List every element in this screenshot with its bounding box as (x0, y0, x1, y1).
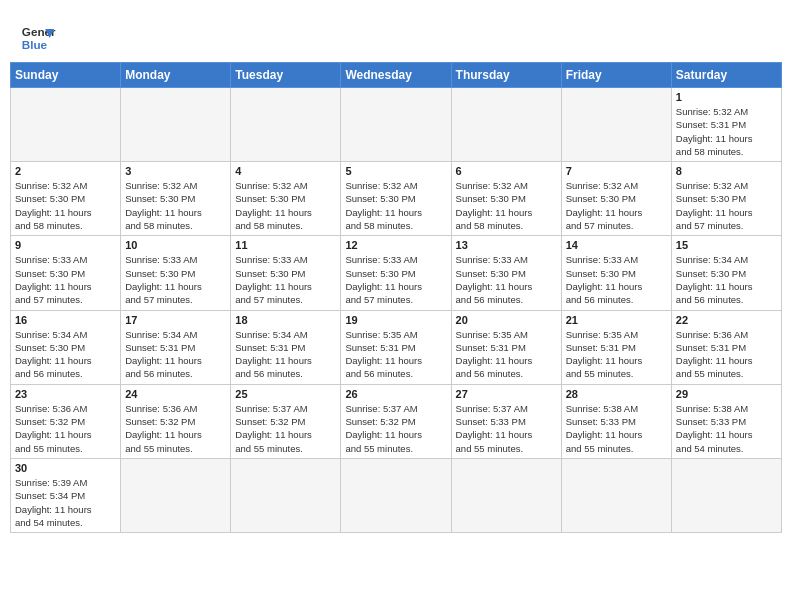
day-number: 25 (235, 388, 336, 400)
day-info: Sunrise: 5:34 AM Sunset: 5:31 PM Dayligh… (125, 328, 226, 381)
logo-icon: General Blue (20, 20, 56, 56)
day-number: 7 (566, 165, 667, 177)
day-info: Sunrise: 5:33 AM Sunset: 5:30 PM Dayligh… (235, 253, 336, 306)
day-number: 9 (15, 239, 116, 251)
day-info: Sunrise: 5:34 AM Sunset: 5:30 PM Dayligh… (676, 253, 777, 306)
day-number: 16 (15, 314, 116, 326)
column-header-thursday: Thursday (451, 63, 561, 88)
day-info: Sunrise: 5:32 AM Sunset: 5:30 PM Dayligh… (456, 179, 557, 232)
day-info: Sunrise: 5:38 AM Sunset: 5:33 PM Dayligh… (676, 402, 777, 455)
calendar-cell: 20Sunrise: 5:35 AM Sunset: 5:31 PM Dayli… (451, 310, 561, 384)
day-info: Sunrise: 5:32 AM Sunset: 5:30 PM Dayligh… (15, 179, 116, 232)
day-number: 27 (456, 388, 557, 400)
calendar-cell (341, 458, 451, 532)
day-info: Sunrise: 5:33 AM Sunset: 5:30 PM Dayligh… (456, 253, 557, 306)
calendar-cell: 9Sunrise: 5:33 AM Sunset: 5:30 PM Daylig… (11, 236, 121, 310)
day-info: Sunrise: 5:34 AM Sunset: 5:31 PM Dayligh… (235, 328, 336, 381)
column-header-friday: Friday (561, 63, 671, 88)
calendar-cell: 16Sunrise: 5:34 AM Sunset: 5:30 PM Dayli… (11, 310, 121, 384)
calendar-cell: 4Sunrise: 5:32 AM Sunset: 5:30 PM Daylig… (231, 162, 341, 236)
day-info: Sunrise: 5:33 AM Sunset: 5:30 PM Dayligh… (345, 253, 446, 306)
day-number: 12 (345, 239, 446, 251)
calendar-cell: 11Sunrise: 5:33 AM Sunset: 5:30 PM Dayli… (231, 236, 341, 310)
calendar-cell (341, 88, 451, 162)
calendar-cell (121, 88, 231, 162)
day-info: Sunrise: 5:35 AM Sunset: 5:31 PM Dayligh… (456, 328, 557, 381)
day-number: 21 (566, 314, 667, 326)
calendar-table: SundayMondayTuesdayWednesdayThursdayFrid… (10, 62, 782, 533)
calendar-cell: 7Sunrise: 5:32 AM Sunset: 5:30 PM Daylig… (561, 162, 671, 236)
calendar-cell: 15Sunrise: 5:34 AM Sunset: 5:30 PM Dayli… (671, 236, 781, 310)
day-info: Sunrise: 5:32 AM Sunset: 5:30 PM Dayligh… (235, 179, 336, 232)
day-info: Sunrise: 5:33 AM Sunset: 5:30 PM Dayligh… (125, 253, 226, 306)
day-number: 11 (235, 239, 336, 251)
day-info: Sunrise: 5:32 AM Sunset: 5:31 PM Dayligh… (676, 105, 777, 158)
column-header-wednesday: Wednesday (341, 63, 451, 88)
calendar-cell: 22Sunrise: 5:36 AM Sunset: 5:31 PM Dayli… (671, 310, 781, 384)
day-number: 3 (125, 165, 226, 177)
calendar-cell: 6Sunrise: 5:32 AM Sunset: 5:30 PM Daylig… (451, 162, 561, 236)
day-info: Sunrise: 5:37 AM Sunset: 5:32 PM Dayligh… (345, 402, 446, 455)
calendar-cell (11, 88, 121, 162)
calendar-cell: 17Sunrise: 5:34 AM Sunset: 5:31 PM Dayli… (121, 310, 231, 384)
calendar-cell: 29Sunrise: 5:38 AM Sunset: 5:33 PM Dayli… (671, 384, 781, 458)
calendar-cell (451, 458, 561, 532)
day-number: 28 (566, 388, 667, 400)
column-header-monday: Monday (121, 63, 231, 88)
day-number: 30 (15, 462, 116, 474)
day-number: 5 (345, 165, 446, 177)
day-info: Sunrise: 5:36 AM Sunset: 5:32 PM Dayligh… (125, 402, 226, 455)
day-number: 18 (235, 314, 336, 326)
calendar-cell: 10Sunrise: 5:33 AM Sunset: 5:30 PM Dayli… (121, 236, 231, 310)
day-number: 15 (676, 239, 777, 251)
day-number: 6 (456, 165, 557, 177)
calendar-cell (561, 458, 671, 532)
day-info: Sunrise: 5:34 AM Sunset: 5:30 PM Dayligh… (15, 328, 116, 381)
calendar-cell: 13Sunrise: 5:33 AM Sunset: 5:30 PM Dayli… (451, 236, 561, 310)
svg-text:Blue: Blue (22, 38, 48, 51)
calendar-cell (561, 88, 671, 162)
calendar-cell: 18Sunrise: 5:34 AM Sunset: 5:31 PM Dayli… (231, 310, 341, 384)
calendar-cell (231, 88, 341, 162)
day-number: 13 (456, 239, 557, 251)
calendar-cell: 19Sunrise: 5:35 AM Sunset: 5:31 PM Dayli… (341, 310, 451, 384)
calendar-cell: 5Sunrise: 5:32 AM Sunset: 5:30 PM Daylig… (341, 162, 451, 236)
day-info: Sunrise: 5:33 AM Sunset: 5:30 PM Dayligh… (15, 253, 116, 306)
calendar-cell: 25Sunrise: 5:37 AM Sunset: 5:32 PM Dayli… (231, 384, 341, 458)
day-number: 24 (125, 388, 226, 400)
calendar-cell: 2Sunrise: 5:32 AM Sunset: 5:30 PM Daylig… (11, 162, 121, 236)
day-info: Sunrise: 5:32 AM Sunset: 5:30 PM Dayligh… (125, 179, 226, 232)
day-number: 19 (345, 314, 446, 326)
day-number: 1 (676, 91, 777, 103)
day-info: Sunrise: 5:33 AM Sunset: 5:30 PM Dayligh… (566, 253, 667, 306)
day-number: 23 (15, 388, 116, 400)
day-info: Sunrise: 5:32 AM Sunset: 5:30 PM Dayligh… (345, 179, 446, 232)
calendar-cell: 14Sunrise: 5:33 AM Sunset: 5:30 PM Dayli… (561, 236, 671, 310)
calendar-cell (671, 458, 781, 532)
day-number: 22 (676, 314, 777, 326)
calendar-cell (231, 458, 341, 532)
day-number: 4 (235, 165, 336, 177)
day-info: Sunrise: 5:36 AM Sunset: 5:32 PM Dayligh… (15, 402, 116, 455)
column-header-tuesday: Tuesday (231, 63, 341, 88)
day-info: Sunrise: 5:38 AM Sunset: 5:33 PM Dayligh… (566, 402, 667, 455)
calendar-cell (451, 88, 561, 162)
column-header-sunday: Sunday (11, 63, 121, 88)
column-header-saturday: Saturday (671, 63, 781, 88)
day-info: Sunrise: 5:39 AM Sunset: 5:34 PM Dayligh… (15, 476, 116, 529)
calendar-cell (121, 458, 231, 532)
calendar-cell: 1Sunrise: 5:32 AM Sunset: 5:31 PM Daylig… (671, 88, 781, 162)
day-info: Sunrise: 5:37 AM Sunset: 5:32 PM Dayligh… (235, 402, 336, 455)
calendar-cell: 24Sunrise: 5:36 AM Sunset: 5:32 PM Dayli… (121, 384, 231, 458)
day-number: 17 (125, 314, 226, 326)
day-number: 26 (345, 388, 446, 400)
day-number: 20 (456, 314, 557, 326)
day-info: Sunrise: 5:35 AM Sunset: 5:31 PM Dayligh… (345, 328, 446, 381)
day-info: Sunrise: 5:35 AM Sunset: 5:31 PM Dayligh… (566, 328, 667, 381)
calendar-cell: 21Sunrise: 5:35 AM Sunset: 5:31 PM Dayli… (561, 310, 671, 384)
day-info: Sunrise: 5:32 AM Sunset: 5:30 PM Dayligh… (566, 179, 667, 232)
day-info: Sunrise: 5:32 AM Sunset: 5:30 PM Dayligh… (676, 179, 777, 232)
calendar-cell: 12Sunrise: 5:33 AM Sunset: 5:30 PM Dayli… (341, 236, 451, 310)
day-number: 10 (125, 239, 226, 251)
day-number: 14 (566, 239, 667, 251)
